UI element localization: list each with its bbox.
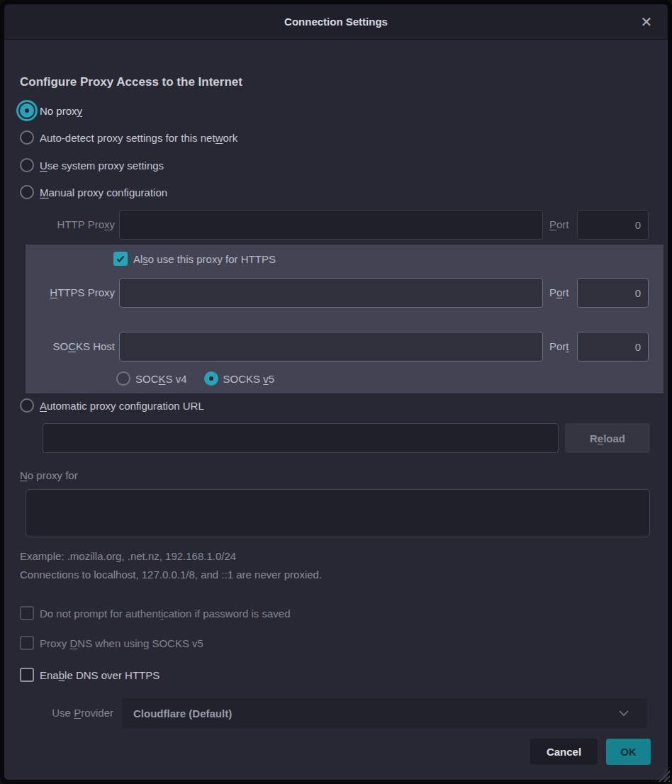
radio-row-auto-url[interactable]: Automatic proxy configuration URL	[20, 397, 204, 414]
radio-label: No proxy	[40, 105, 82, 117]
radio-auto-url[interactable]	[20, 398, 34, 413]
checkbox-enable-doh[interactable]	[20, 668, 34, 682]
radio-row-no-proxy[interactable]: No proxy	[20, 102, 82, 119]
socks-port-label: Port	[549, 332, 569, 362]
doh-checkbox-row[interactable]: Enable DNS over HTTPS	[20, 666, 159, 683]
doh-provider-value: Cloudflare (Default)	[133, 707, 232, 719]
connection-settings-window: Connection Settings ✕ Configure Proxy Ac…	[0, 0, 672, 784]
checkbox-proxy-dns	[20, 636, 34, 650]
socks-version-row: SOCKS v4 SOCKS v5	[116, 370, 274, 387]
socks-host-input[interactable]	[119, 332, 543, 362]
radio-label: Use system proxy settings	[40, 159, 164, 172]
connection-settings-dialog: Connection Settings ✕ Configure Proxy Ac…	[4, 4, 668, 780]
checkmark-icon	[116, 254, 125, 264]
http-proxy-label: HTTP Proxy	[4, 210, 115, 240]
http-port-label: Port	[549, 210, 569, 240]
radio-socks-v5[interactable]	[204, 371, 218, 386]
chevron-down-icon	[617, 707, 630, 719]
radio-row-use-system[interactable]: Use system proxy settings	[20, 157, 164, 174]
socks-v5-label: SOCKS v5	[223, 373, 275, 385]
radio-label: Automatic proxy configuration URL	[40, 400, 204, 412]
proxy-dns-label: Proxy DNS when using SOCKS v5	[40, 637, 203, 649]
auth-checkbox-row: Do not prompt for authentication if pass…	[20, 605, 291, 622]
radio-auto-detect[interactable]	[20, 130, 34, 145]
checkbox-also-https[interactable]	[113, 252, 128, 266]
https-port-label: Port	[549, 278, 569, 308]
no-proxy-for-textarea[interactable]	[26, 489, 650, 537]
https-proxy-label: HTTPS Proxy	[4, 278, 115, 308]
dialog-titlebar: Connection Settings ✕	[4, 4, 668, 40]
also-https-row[interactable]: Also use this proxy for HTTPS	[113, 250, 276, 267]
radio-label: Manual proxy configuration	[40, 186, 167, 198]
dialog-title: Connection Settings	[284, 16, 388, 28]
radio-row-auto-detect[interactable]: Auto-detect proxy settings for this netw…	[20, 129, 237, 146]
no-proxy-note-text: Connections to localhost, 127.0.0.1/8, a…	[20, 569, 322, 581]
https-port-input[interactable]	[577, 278, 649, 308]
radio-use-system[interactable]	[20, 158, 34, 172]
radio-row-manual[interactable]: Manual proxy configuration	[20, 184, 167, 201]
proxy-dns-checkbox-row: Proxy DNS when using SOCKS v5	[20, 634, 203, 651]
http-port-input[interactable]	[577, 210, 649, 240]
reload-button[interactable]: Reload	[565, 423, 650, 453]
no-proxy-example-text: Example: .mozilla.org, .net.nz, 192.168.…	[20, 550, 236, 562]
radio-label: Auto-detect proxy settings for this netw…	[40, 132, 237, 144]
http-proxy-input[interactable]	[119, 210, 543, 240]
socks-v4-label: SOCKS v4	[135, 373, 187, 385]
ok-button[interactable]: OK	[606, 739, 651, 765]
enable-doh-label: Enable DNS over HTTPS	[40, 669, 159, 681]
use-provider-label: Use Provider	[4, 698, 113, 728]
doh-provider-dropdown[interactable]: Cloudflare (Default)	[122, 698, 647, 728]
radio-no-proxy[interactable]	[20, 103, 34, 118]
cancel-button[interactable]: Cancel	[530, 739, 598, 765]
close-icon[interactable]: ✕	[635, 11, 658, 33]
page-title: Configure Proxy Access to the Internet	[20, 75, 242, 89]
socks-port-input[interactable]	[577, 332, 649, 362]
also-https-label: Also use this proxy for HTTPS	[133, 253, 276, 265]
auto-url-input[interactable]	[43, 423, 559, 453]
no-auth-prompt-label: Do not prompt for authentication if pass…	[40, 607, 291, 620]
checkbox-no-auth-prompt	[20, 606, 34, 620]
https-proxy-input[interactable]	[119, 278, 543, 308]
radio-socks-v4[interactable]	[116, 371, 130, 386]
no-proxy-for-label: No proxy for	[20, 469, 78, 481]
socks-host-label: SOCKS Host	[4, 332, 115, 362]
radio-manual-proxy[interactable]	[20, 185, 34, 199]
